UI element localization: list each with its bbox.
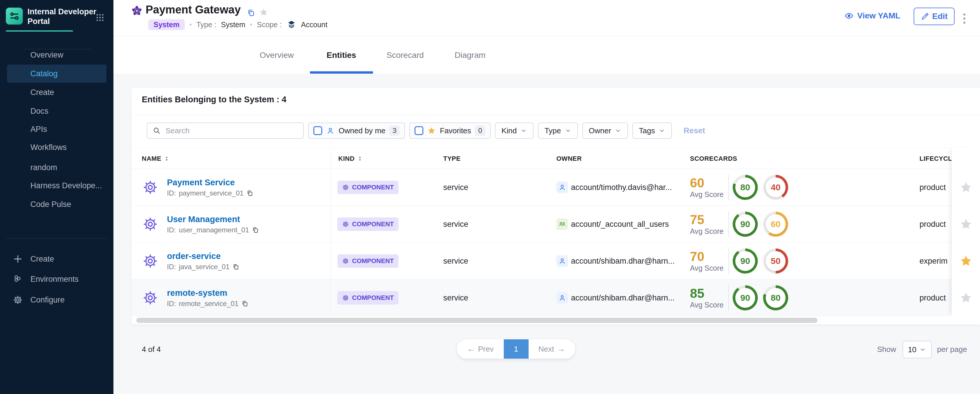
horizontal-scrollbar-thumb[interactable]: [136, 318, 818, 323]
sidebar: Internal Developer Portal Overview Catal…: [0, 0, 113, 394]
tags-dropdown[interactable]: Tags: [632, 122, 672, 139]
owned-by-me-filter[interactable]: Owned by me 3: [308, 122, 405, 139]
hexagons-icon: [13, 274, 23, 284]
column-header-name[interactable]: NAME: [142, 148, 170, 169]
star-icon: [427, 126, 436, 135]
favorites-checkbox[interactable]: [415, 126, 423, 135]
pencil-icon: [921, 12, 929, 21]
entity-id: payment_service_01: [179, 189, 243, 197]
view-yaml-button[interactable]: View YAML: [844, 11, 900, 21]
type-value: service: [443, 280, 468, 316]
chevron-down-icon: [565, 127, 571, 134]
result-count: 4 of 4: [142, 345, 161, 354]
edit-button[interactable]: Edit: [914, 8, 955, 25]
scope-label: Scope :: [257, 21, 282, 29]
scorecard-ring: 90: [733, 285, 758, 310]
scorecard-ring: 90: [733, 248, 758, 273]
brand-title: Internal Developer Portal: [27, 7, 97, 26]
entity-name-link[interactable]: remote-system: [167, 288, 227, 298]
type-value: service: [443, 206, 468, 243]
sidebar-item-create-entity[interactable]: Create: [7, 250, 107, 268]
avg-score: 85 Avg Score: [690, 280, 724, 316]
apps-grid-icon[interactable]: [95, 13, 105, 22]
tab-entities[interactable]: Entities: [326, 37, 356, 74]
scorecard-ring: 80: [763, 285, 788, 310]
reset-filters-button[interactable]: Reset: [684, 126, 705, 135]
user-icon: [326, 126, 335, 135]
favorite-star-icon[interactable]: [959, 181, 973, 194]
column-header-kind[interactable]: KIND: [338, 148, 363, 169]
page-number-button[interactable]: 1: [504, 339, 528, 359]
favorite-star-icon[interactable]: [959, 254, 973, 268]
owner-value: account/timothy.davis@har...: [571, 169, 672, 206]
tab-overview[interactable]: Overview: [259, 37, 294, 74]
entity-name-link[interactable]: Payment Service: [167, 178, 235, 187]
score-divider: [728, 248, 729, 274]
entity-name-link[interactable]: User Management: [167, 214, 240, 224]
owner-dropdown[interactable]: Owner: [582, 122, 628, 139]
prev-page-button[interactable]: ← Prev: [457, 339, 504, 359]
entities-panel: Entities Belonging to the System : 4 Own…: [132, 88, 980, 324]
favorites-filter[interactable]: Favorites 0: [409, 122, 491, 139]
page-title: Payment Gateway: [146, 3, 240, 16]
sidebar-item-docs[interactable]: Docs: [7, 102, 107, 120]
entity-meta-row: System • Type : System • Scope : Account: [148, 19, 328, 30]
type-value: service: [443, 243, 468, 280]
next-page-button[interactable]: Next →: [528, 339, 575, 359]
favorite-star-icon[interactable]: [959, 291, 973, 305]
nav-bottom-divider: [6, 238, 108, 238]
show-label: Show: [877, 345, 896, 354]
heading-divider: [132, 115, 980, 115]
entity-name-cell: User Management ID:user_management_01: [167, 206, 259, 243]
app-window: Internal Developer Portal Overview Catal…: [0, 0, 980, 394]
sidebar-item-random[interactable]: random: [7, 159, 107, 176]
sidebar-item-configure[interactable]: Configure: [7, 291, 107, 309]
owner-group-icon: [556, 218, 568, 230]
copy-icon[interactable]: [247, 9, 255, 17]
owned-by-me-checkbox[interactable]: [313, 126, 322, 135]
scorecard-ring: 60: [763, 211, 788, 237]
avg-score: 60 Avg Score: [690, 169, 724, 206]
component-gear-icon: [142, 280, 158, 316]
entity-name-link[interactable]: order-service: [167, 251, 221, 261]
sidebar-item-environments[interactable]: Environments: [7, 270, 107, 288]
score-divider: [728, 211, 729, 237]
system-entity-icon: [131, 5, 143, 17]
favorite-star-icon[interactable]: [959, 218, 973, 231]
owner-value: account/shibam.dhar@harn...: [571, 280, 675, 316]
column-header-scorecards: SCORECARDS: [690, 148, 737, 169]
table-header: NAME KIND TYPE OWNER SCORECARDS LIFECYCL…: [132, 148, 980, 169]
system-badge: System: [148, 19, 185, 30]
entity-name-cell: Payment Service ID:payment_service_01: [167, 169, 253, 206]
name-column-divider: [330, 148, 331, 316]
copy-icon[interactable]: [252, 227, 259, 234]
sidebar-item-catalog[interactable]: Catalog: [7, 65, 107, 83]
sidebar-item-workflows[interactable]: Workflows: [7, 138, 107, 156]
tab-diagram[interactable]: Diagram: [455, 37, 485, 74]
lifecycle-value: product: [920, 169, 950, 206]
favorite-star-icon[interactable]: [259, 8, 268, 17]
copy-icon[interactable]: [247, 190, 253, 197]
tab-scorecard[interactable]: Scorecard: [387, 37, 424, 74]
type-dropdown[interactable]: Type: [538, 122, 578, 139]
sidebar-item-code-pulse[interactable]: Code Pulse: [7, 195, 107, 213]
table-row: remote-system ID:remote_service_01 COMPO…: [132, 280, 980, 316]
scorecard-ring: 50: [763, 248, 788, 273]
kind-dropdown[interactable]: Kind: [495, 122, 534, 139]
lifecycle-value: product: [920, 280, 950, 316]
horizontal-scrollbar-track: [132, 316, 980, 324]
sidebar-item-create[interactable]: Create: [7, 83, 107, 102]
sidebar-item-harness-developer[interactable]: Harness Develope...: [7, 176, 107, 195]
owner-value: account/_account_all_users: [571, 206, 669, 243]
search-input[interactable]: [165, 126, 288, 136]
brand-divider: [6, 30, 73, 32]
page-size-select[interactable]: 10: [902, 341, 932, 358]
copy-icon[interactable]: [242, 300, 248, 307]
table-row: order-service ID:java_service_01 COMPONE…: [132, 243, 980, 280]
search-input-wrapper: [147, 122, 304, 139]
sidebar-item-apis[interactable]: APIs: [7, 120, 107, 138]
copy-icon[interactable]: [232, 263, 239, 270]
more-options-kebab-icon[interactable]: [961, 10, 967, 27]
sidebar-item-overview[interactable]: Overview: [7, 46, 107, 64]
lifecycle-value: product: [920, 206, 950, 243]
